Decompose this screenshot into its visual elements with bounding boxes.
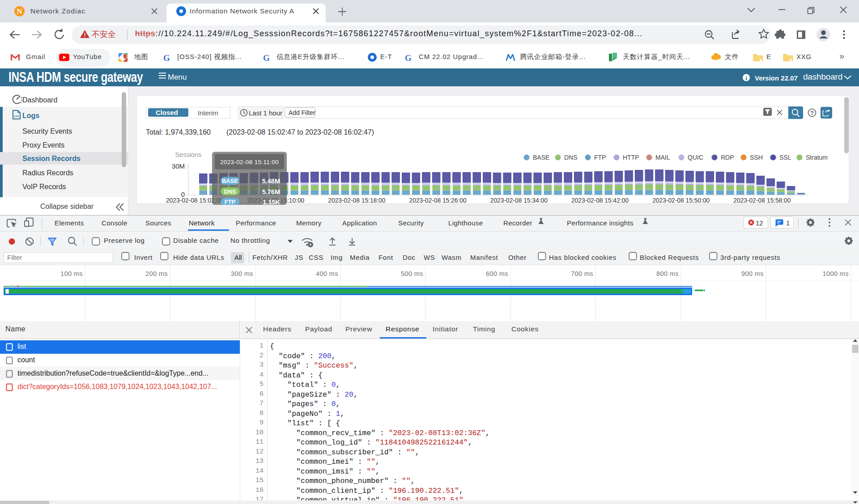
svg-text:SSL: SSL [779,154,791,161]
svg-text:400 ms: 400 ms [316,270,338,277]
svg-text:SSH: SSH [750,154,763,161]
svg-text:BASE: BASE [533,154,549,161]
svg-text:DNS: DNS [564,154,578,161]
svg-text:BASE: BASE [222,178,238,184]
svg-text:Stratum: Stratum [806,154,828,161]
svg-text:HTTP: HTTP [623,154,639,161]
svg-text:200 ms: 200 ms [145,270,168,277]
svg-text:500 ms: 500 ms [401,270,423,277]
svg-text:2023-02-08 15:26:00: 2023-02-08 15:26:00 [409,197,467,204]
svg-text:MAIL: MAIL [655,154,670,161]
svg-text:2023-02-08 15:11:00: 2023-02-08 15:11:00 [220,159,279,165]
svg-text:DNS: DNS [224,188,236,195]
svg-text:5.48M: 5.48M [262,178,280,185]
svg-text:30M: 30M [172,162,185,170]
svg-text:2023-02-08 15:18:00: 2023-02-08 15:18:00 [328,197,385,204]
svg-text:5.76M: 5.76M [262,188,280,195]
svg-text:2023-02-08 15:34:00: 2023-02-08 15:34:00 [490,197,548,204]
svg-text:300 ms: 300 ms [231,270,253,277]
svg-text:1000 ms: 1000 ms [823,270,849,277]
svg-text:900 ms: 900 ms [741,270,764,277]
svg-text:FTP: FTP [225,199,236,205]
svg-text:800 ms: 800 ms [656,270,679,277]
svg-text:RDP: RDP [721,154,734,161]
svg-text:2023-02-08 15:58:00: 2023-02-08 15:58:00 [733,197,791,204]
svg-text:Sessions: Sessions [175,151,202,158]
svg-text:FTP: FTP [594,154,606,161]
svg-text:600 ms: 600 ms [486,270,508,277]
svg-text:QUIC: QUIC [688,154,703,161]
svg-text:2023-02-08 15:42:00: 2023-02-08 15:42:00 [571,197,629,204]
svg-text:100 ms: 100 ms [60,270,83,277]
svg-text:1.15K: 1.15K [263,199,280,205]
svg-text:700 ms: 700 ms [571,270,593,277]
svg-text:2023-02-08 15:50:00: 2023-02-08 15:50:00 [652,197,710,204]
